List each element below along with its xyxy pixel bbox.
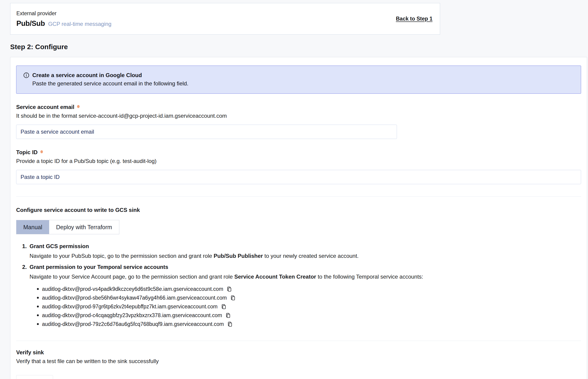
body-text: to the following Temporal service accoun… <box>316 273 423 280</box>
provider-name-row: Pub/Sub GCP real-time messaging <box>16 19 111 28</box>
body-text: Navigate to your PubSub topic, go to the… <box>30 253 214 259</box>
required-dot-icon <box>40 150 43 153</box>
service-account-email-label: Service account email <box>16 104 74 110</box>
list-item-number: 2. <box>22 264 30 270</box>
body-text: to your newly created service account. <box>263 253 359 259</box>
topic-id-input[interactable] <box>16 170 581 184</box>
field-label-row: Topic ID <box>16 149 581 156</box>
field-label-row: Service account email <box>16 104 581 110</box>
bullet-icon <box>37 297 39 299</box>
info-icon <box>23 72 29 78</box>
divider <box>16 196 581 197</box>
service-account-email-field-block: Service account email It should be in th… <box>16 104 581 139</box>
list-item-number: 1. <box>22 243 30 250</box>
list-item-title: Grant permission to your Temporal servic… <box>30 264 168 270</box>
service-account-email-hint: It should be in the format service-accou… <box>16 113 581 119</box>
list-item: auditlog-dktxv@prod-vs4padk9dkczcey6d6st… <box>37 284 581 293</box>
provider-name: Pub/Sub <box>16 19 45 28</box>
list-item: auditlog-dktxv@prod-c4cqaqgbfzy23vpzkbxz… <box>37 311 581 320</box>
verify-sink-description: Verify that a test file can be written t… <box>16 358 581 364</box>
provider-label: External provider <box>16 10 111 17</box>
info-title-row: Create a service account in Google Cloud <box>23 72 574 79</box>
required-dot-icon <box>77 105 80 108</box>
info-title: Create a service account in Google Cloud <box>32 72 142 79</box>
service-account-email: auditlog-dktxv@prod-sbe56h6wr4sykaw47a6y… <box>42 295 227 301</box>
list-item-body: Navigate to your PubSub topic, go to the… <box>30 253 581 259</box>
copy-icon[interactable] <box>220 303 227 310</box>
page-title: Step 2: Configure <box>10 43 588 51</box>
verify-button[interactable]: Verify <box>16 375 53 379</box>
tab-manual[interactable]: Manual <box>16 220 49 234</box>
service-account-email: auditlog-dktxv@prod-vs4padk9dkczcey6d6st… <box>42 286 223 292</box>
bullet-icon <box>37 288 39 290</box>
copy-icon[interactable] <box>226 286 232 292</box>
bullet-icon <box>37 314 39 316</box>
topic-id-hint: Provide a topic ID for a Pub/Sub topic (… <box>16 158 581 164</box>
service-accounts-list: auditlog-dktxv@prod-vs4padk9dkczcey6d6st… <box>37 284 581 329</box>
list-item: 1. Grant GCS permission <box>22 243 581 250</box>
service-account-email-input[interactable] <box>16 125 397 139</box>
manual-steps-list: 1. Grant GCS permission Navigate to your… <box>22 243 581 329</box>
back-to-step1-link[interactable]: Back to Step 1 <box>396 16 433 22</box>
configure-card: Create a service account in Google Cloud… <box>10 57 587 379</box>
provider-card: External provider Pub/Sub GCP real-time … <box>10 3 440 35</box>
copy-icon[interactable] <box>225 312 232 319</box>
info-description: Paste the generated service account emai… <box>32 80 574 87</box>
service-account-email: auditlog-dktxv@prod-79z2c6d76au6g5fcq768… <box>42 321 224 327</box>
bullet-icon <box>37 323 39 325</box>
gcs-config-tabs: Manual Deploy with Terraform <box>16 220 119 234</box>
bullet-icon <box>37 306 39 307</box>
provider-meta: External provider Pub/Sub GCP real-time … <box>16 10 111 28</box>
list-item: 2. Grant permission to your Temporal ser… <box>22 264 581 270</box>
list-item: auditlog-dktxv@prod-79z2c6d76au6g5fcq768… <box>37 320 581 329</box>
list-item-title: Grant GCS permission <box>30 243 89 250</box>
page: External provider Pub/Sub GCP real-time … <box>0 0 588 379</box>
service-account-email: auditlog-dktxv@prod-97gr6tp6zkv2t4epubff… <box>42 303 218 310</box>
list-item: auditlog-dktxv@prod-97gr6tp6zkv2t4epubff… <box>37 302 581 311</box>
role-name: Pub/Sub Publisher <box>214 253 263 259</box>
tab-deploy-with-terraform[interactable]: Deploy with Terraform <box>49 220 119 234</box>
info-banner: Create a service account in Google Cloud… <box>16 65 581 94</box>
topic-id-label: Topic ID <box>16 149 38 156</box>
provider-tagline: GCP real-time messaging <box>48 21 111 27</box>
copy-icon[interactable] <box>230 295 236 301</box>
gcs-section-title: Configure service account to write to GC… <box>16 207 581 213</box>
list-item: auditlog-dktxv@prod-sbe56h6wr4sykaw47a6y… <box>37 293 581 302</box>
copy-icon[interactable] <box>227 321 233 328</box>
service-account-email: auditlog-dktxv@prod-c4cqaqgbfzy23vpzkbxz… <box>42 312 222 318</box>
divider <box>16 341 581 341</box>
role-name: Service Account Token Creator <box>234 273 316 280</box>
verify-sink-title: Verify sink <box>16 349 581 356</box>
body-text: Navigate to your Service Account page, g… <box>30 273 234 280</box>
list-item-body: Navigate to your Service Account page, g… <box>30 273 581 280</box>
topic-id-field-block: Topic ID Provide a topic ID for a Pub/Su… <box>16 149 581 184</box>
